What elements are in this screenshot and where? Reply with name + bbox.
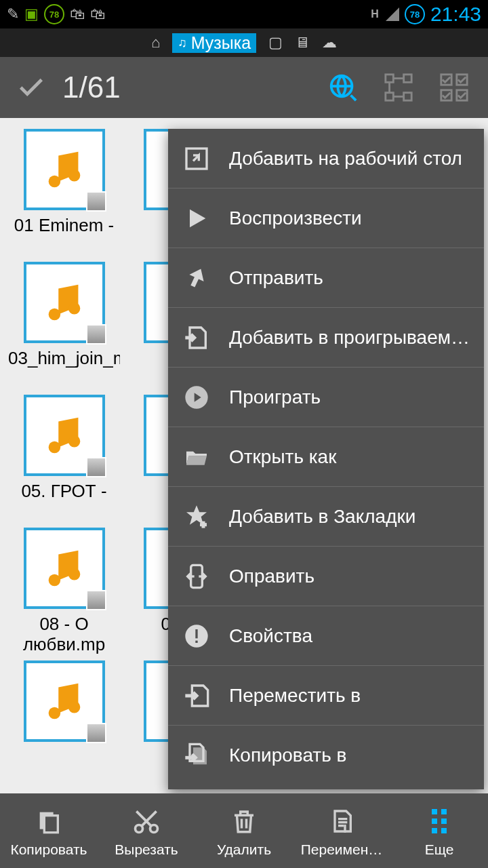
status-icon: ✎: [7, 5, 19, 23]
scissors-icon: [131, 804, 161, 838]
more-icon: [432, 804, 447, 838]
phone-icon[interactable]: ▢: [268, 34, 283, 52]
network-type: H: [371, 8, 379, 20]
file-label: 03_him_join_me_in_: [8, 349, 120, 391]
trash-icon: [230, 804, 258, 838]
svg-rect-6: [404, 93, 412, 101]
svg-rect-4: [404, 75, 412, 83]
selection-bar: 1/61: [0, 57, 488, 118]
svg-point-22: [48, 309, 60, 321]
file-item[interactable]: 01 Eminem -: [5, 129, 123, 258]
svg-point-30: [48, 441, 60, 454]
svg-rect-66: [195, 629, 197, 638]
select-all-button[interactable]: [432, 66, 476, 109]
svg-rect-67: [195, 640, 197, 642]
menu-copy-to[interactable]: Копировать в: [168, 726, 484, 785]
svg-point-47: [68, 701, 80, 713]
svg-line-1: [351, 96, 357, 101]
menu-send[interactable]: Отправить: [168, 248, 484, 308]
menu-label: Свойства: [229, 625, 470, 647]
shortcut-icon: [182, 144, 211, 174]
file-label: 05. ГРОТ -: [21, 481, 106, 524]
nav-bar: ⌂ ♫ Музыка ▢ 🖥 ☁: [0, 28, 488, 57]
menu-label: Копировать в: [229, 745, 470, 766]
status-bar: ✎ ▣ 78 🛍 🛍 H 78 21:43: [0, 0, 488, 28]
file-item[interactable]: 05. ГРОТ -: [5, 395, 123, 524]
svg-point-15: [68, 170, 80, 182]
shopping-bag-icon: 🛍: [90, 5, 105, 23]
menu-properties[interactable]: Свойства: [168, 606, 484, 666]
status-left: ✎ ▣ 78 🛍 🛍: [7, 4, 105, 24]
svg-point-31: [68, 435, 80, 448]
svg-point-46: [48, 707, 60, 719]
menu-label: Проиграть: [229, 387, 470, 408]
copy-button[interactable]: Копировать: [0, 804, 98, 858]
context-menu: Добавить на рабочий стол Воспроизвести О…: [168, 129, 484, 789]
content-area: 01 Eminem - 01 03_him_join_me_in_ 03 05.…: [0, 118, 488, 793]
svg-rect-71: [44, 815, 58, 832]
copy-to-icon: [182, 741, 211, 770]
info-icon: [182, 621, 211, 651]
move-icon: [182, 681, 211, 711]
clock: 21:43: [430, 3, 481, 26]
folder-open-icon: [182, 442, 211, 472]
menu-push[interactable]: Оправить: [168, 547, 484, 606]
share-icon: [182, 263, 211, 293]
svg-rect-81: [344, 825, 346, 833]
home-icon[interactable]: ⌂: [151, 34, 160, 52]
svg-point-14: [48, 176, 60, 188]
bottom-bar: Копировать Вырезать Удалить Переимен… Ещ…: [0, 793, 488, 868]
search-globe-button[interactable]: [321, 66, 365, 109]
more-button[interactable]: Еще: [390, 804, 488, 858]
svg-point-38: [48, 574, 60, 587]
menu-label: Открыть как: [229, 446, 470, 468]
add-to-playlist-icon: [182, 323, 211, 353]
status-icon: ▣: [24, 5, 39, 23]
file-item[interactable]: [5, 660, 123, 742]
rename-button[interactable]: Переимен…: [293, 804, 390, 858]
file-label: 08 - О любви.mp: [8, 614, 120, 656]
menu-add-bookmark[interactable]: Добавить в Закладки: [168, 487, 484, 547]
button-label: Переимен…: [301, 842, 383, 858]
shopping-bag-icon: 🛍: [70, 5, 85, 23]
menu-label: Добавить в проигрываемые: [229, 327, 470, 349]
svg-rect-5: [386, 93, 394, 101]
menu-open-as[interactable]: Открыть как: [168, 427, 484, 487]
svg-point-39: [68, 568, 80, 580]
tab-music-label: Музыка: [191, 33, 251, 53]
svg-rect-3: [386, 75, 394, 83]
menu-label: Оправить: [229, 566, 470, 587]
menu-add-to-desktop[interactable]: Добавить на рабочий стол: [168, 129, 484, 189]
battery-blue-icon: 78: [405, 4, 425, 24]
menu-label: Добавить в Закладки: [229, 506, 470, 528]
menu-move-to[interactable]: Переместить в: [168, 666, 484, 726]
computer-icon[interactable]: 🖥: [295, 34, 310, 52]
menu-add-to-playing[interactable]: Добавить в проигрываемые: [168, 308, 484, 368]
battery-green-icon: 78: [44, 4, 64, 24]
menu-label: Отправить: [229, 267, 470, 289]
svg-point-23: [68, 302, 80, 315]
button-label: Копировать: [10, 842, 87, 858]
play-circle-icon: [182, 382, 211, 412]
menu-play[interactable]: Воспроизвести: [168, 189, 484, 248]
cloud-icon[interactable]: ☁: [322, 34, 337, 52]
svg-marker-56: [190, 209, 205, 227]
file-item[interactable]: 08 - О любви.mp: [5, 528, 123, 656]
menu-play-now[interactable]: Проиграть: [168, 368, 484, 427]
phone-arrows-icon: [182, 561, 211, 591]
selection-count: 1/61: [62, 71, 121, 104]
star-plus-icon: [182, 502, 211, 532]
cut-button[interactable]: Вырезать: [98, 804, 195, 858]
menu-label: Добавить на рабочий стол: [229, 148, 470, 170]
play-icon: [182, 203, 211, 233]
button-label: Еще: [425, 842, 454, 858]
file-label: 01 Eminem -: [14, 216, 114, 258]
tab-music[interactable]: ♫ Музыка: [172, 33, 256, 53]
menu-label: Воспроизвести: [229, 208, 470, 229]
signal-icon: [386, 7, 399, 21]
menu-label: Переместить в: [229, 685, 470, 707]
delete-button[interactable]: Удалить: [195, 804, 293, 858]
tree-view-button[interactable]: [377, 66, 420, 109]
file-item[interactable]: 03_him_join_me_in_: [5, 262, 123, 391]
done-button[interactable]: [12, 68, 50, 106]
